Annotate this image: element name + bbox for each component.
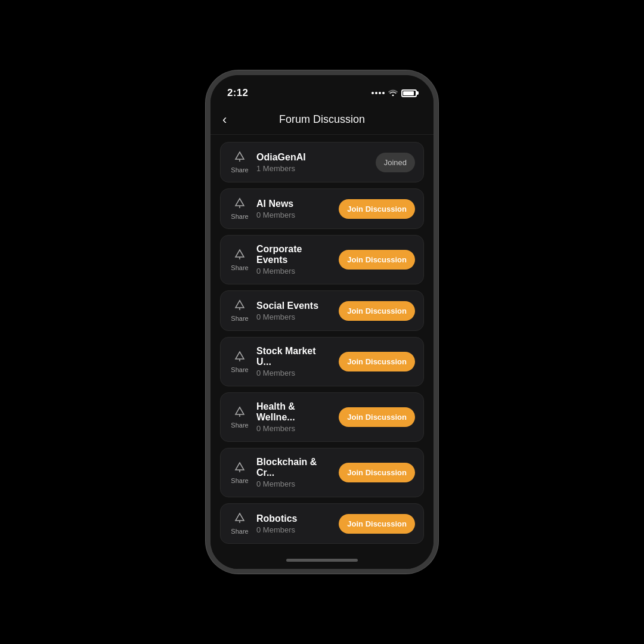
share-label-odiagenai[interactable]: Share bbox=[231, 166, 248, 174]
forum-card-social-events: ShareSocial Events0 MembersJoin Discussi… bbox=[220, 290, 424, 331]
share-col-corporate-events: Share bbox=[229, 249, 250, 271]
action-button-odiagenai[interactable]: Joined bbox=[376, 153, 415, 172]
share-label-social-events[interactable]: Share bbox=[231, 315, 248, 322]
home-indicator bbox=[210, 551, 434, 569]
forum-info-health-wellness: Health & Wellne...0 Members bbox=[256, 401, 333, 433]
svg-marker-10 bbox=[236, 407, 244, 414]
share-icon-odiagenai bbox=[234, 151, 245, 164]
forum-name-stock-market: Stock Market U... bbox=[256, 346, 333, 367]
back-button[interactable]: ‹ bbox=[222, 112, 227, 128]
svg-marker-0 bbox=[236, 152, 244, 159]
forum-members-corporate-events: 0 Members bbox=[256, 267, 333, 275]
forum-members-stock-market: 0 Members bbox=[256, 369, 333, 377]
action-button-corporate-events[interactable]: Join Discussion bbox=[339, 250, 415, 270]
svg-marker-8 bbox=[236, 352, 244, 359]
share-col-social-events: Share bbox=[229, 299, 250, 322]
forum-info-blockchain: Blockchain & Cr...0 Members bbox=[256, 457, 333, 488]
forum-info-odiagenai: OdiaGenAI1 Members bbox=[256, 152, 370, 173]
forum-name-ai-news: AI News bbox=[256, 199, 333, 209]
forum-card-odiagenai: ShareOdiaGenAI1 MembersJoined bbox=[220, 142, 424, 182]
share-col-ai-news: Share bbox=[229, 197, 250, 220]
share-label-ai-news[interactable]: Share bbox=[231, 213, 248, 220]
forum-name-odiagenai: OdiaGenAI bbox=[256, 152, 370, 163]
svg-marker-14 bbox=[236, 513, 244, 521]
share-col-blockchain: Share bbox=[229, 462, 250, 484]
forum-name-blockchain: Blockchain & Cr... bbox=[256, 457, 333, 478]
wifi-icon bbox=[388, 88, 398, 98]
forum-card-corporate-events: ShareCorporate Events0 MembersJoin Discu… bbox=[220, 235, 424, 284]
share-icon-robotics bbox=[234, 512, 245, 525]
forum-name-health-wellness: Health & Wellne... bbox=[256, 401, 333, 423]
forum-info-robotics: Robotics0 Members bbox=[256, 513, 333, 534]
page-title: Forum Discussion bbox=[279, 113, 365, 126]
forum-card-blockchain: ShareBlockchain & Cr...0 MembersJoin Dis… bbox=[220, 448, 424, 497]
status-icons bbox=[371, 88, 417, 98]
share-col-odiagenai: Share bbox=[229, 151, 250, 174]
forum-card-ai-news: ShareAI News0 MembersJoin Discussion bbox=[220, 188, 424, 229]
forum-info-corporate-events: Corporate Events0 Members bbox=[256, 244, 333, 275]
share-icon-stock-market bbox=[234, 351, 245, 364]
forum-members-blockchain: 0 Members bbox=[256, 479, 333, 488]
screen: ‹ Forum Discussion ShareOdiaGenAI1 Membe… bbox=[210, 105, 434, 569]
forum-list: ShareOdiaGenAI1 MembersJoined ShareAI Ne… bbox=[210, 135, 434, 551]
forum-card-stock-market: ShareStock Market U...0 MembersJoin Disc… bbox=[220, 337, 424, 386]
svg-marker-12 bbox=[236, 463, 244, 470]
forum-name-corporate-events: Corporate Events bbox=[256, 244, 333, 265]
home-bar bbox=[286, 559, 358, 562]
share-label-robotics[interactable]: Share bbox=[231, 528, 248, 535]
share-col-stock-market: Share bbox=[229, 351, 250, 373]
action-button-ai-news[interactable]: Join Discussion bbox=[339, 199, 415, 219]
share-icon-health-wellness bbox=[234, 406, 245, 419]
share-label-health-wellness[interactable]: Share bbox=[231, 422, 248, 429]
forum-info-social-events: Social Events0 Members bbox=[256, 301, 333, 321]
forum-card-health-wellness: ShareHealth & Wellne...0 MembersJoin Dis… bbox=[220, 392, 424, 442]
forum-members-robotics: 0 Members bbox=[256, 525, 333, 534]
forum-members-ai-news: 0 Members bbox=[256, 210, 333, 219]
svg-marker-6 bbox=[236, 301, 244, 308]
forum-members-social-events: 0 Members bbox=[256, 312, 333, 321]
status-time: 2:12 bbox=[227, 87, 248, 99]
share-icon-blockchain bbox=[234, 462, 245, 475]
share-icon-corporate-events bbox=[234, 249, 245, 262]
forum-name-robotics: Robotics bbox=[256, 513, 333, 524]
svg-marker-4 bbox=[236, 250, 244, 257]
share-label-stock-market[interactable]: Share bbox=[231, 366, 248, 373]
share-label-blockchain[interactable]: Share bbox=[231, 477, 248, 484]
action-button-robotics[interactable]: Join Discussion bbox=[339, 514, 415, 534]
action-button-stock-market[interactable]: Join Discussion bbox=[339, 352, 415, 371]
battery-icon bbox=[401, 89, 417, 97]
phone-frame: 2:12 ‹ Forum Discussion bbox=[206, 70, 438, 574]
share-col-robotics: Share bbox=[229, 512, 250, 535]
action-button-social-events[interactable]: Join Discussion bbox=[339, 301, 415, 321]
share-icon-social-events bbox=[234, 299, 245, 312]
svg-marker-2 bbox=[236, 199, 244, 206]
action-button-health-wellness[interactable]: Join Discussion bbox=[339, 407, 415, 427]
status-bar: 2:12 bbox=[210, 75, 434, 105]
forum-info-ai-news: AI News0 Members bbox=[256, 199, 333, 219]
forum-members-odiagenai: 1 Members bbox=[256, 164, 370, 173]
action-button-blockchain[interactable]: Join Discussion bbox=[339, 463, 415, 482]
header: ‹ Forum Discussion bbox=[210, 105, 434, 135]
forum-members-health-wellness: 0 Members bbox=[256, 424, 333, 433]
forum-name-social-events: Social Events bbox=[256, 301, 333, 311]
forum-card-robotics: ShareRobotics0 MembersJoin Discussion bbox=[220, 503, 424, 544]
share-label-corporate-events[interactable]: Share bbox=[231, 264, 248, 271]
signal-dots-icon bbox=[371, 92, 385, 94]
forum-info-stock-market: Stock Market U...0 Members bbox=[256, 346, 333, 377]
share-icon-ai-news bbox=[234, 197, 245, 210]
share-col-health-wellness: Share bbox=[229, 406, 250, 429]
